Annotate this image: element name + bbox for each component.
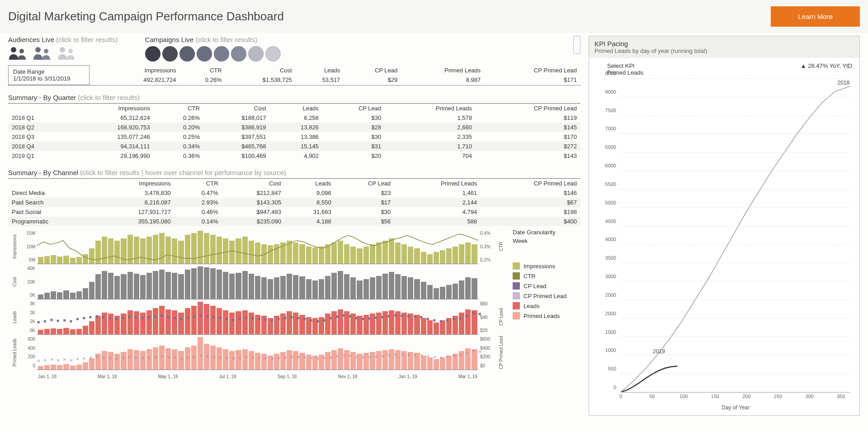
campaign-dot[interactable]: [214, 46, 229, 62]
date-range-box[interactable]: Date Range 1/1/2018 to 3/31/2019: [8, 65, 90, 85]
audience-icon[interactable]: [33, 46, 52, 60]
campaign-dot[interactable]: [162, 46, 178, 62]
granularity-label: Date Granularity: [513, 229, 580, 236]
campaign-dot[interactable]: [197, 46, 212, 62]
audience-icon[interactable]: [8, 46, 28, 60]
page-title: Digital Marketing Campaign Performance D…: [8, 9, 284, 24]
primed-chart: Primed Leads 6004002000 ✕✕✕✕✕✕✕✕✕✕✕✕✕✕✕✕…: [8, 335, 507, 370]
svg-point-0: [11, 47, 16, 52]
impressions-chart: Impressions 15M10M5M 0.4%0.3%0.2% CTR: [8, 229, 507, 264]
campaign-dot[interactable]: [265, 46, 281, 62]
svg-point-4: [60, 47, 65, 52]
header: Digital Marketing Campaign Performance D…: [0, 0, 868, 33]
table-row[interactable]: 2018 Q165,312,6240.26%$188,0176,258$301,…: [8, 113, 580, 123]
kpi-pacing-panel: KPI Pacing Primed Leads by day of year (…: [589, 36, 860, 416]
legend: ImpressionsCTRCP LeadCP Primed LeadLeads…: [513, 262, 580, 319]
channel-table[interactable]: ImpressionsCTRCostLeadsCP LeadPrimed Lea…: [8, 178, 580, 226]
audience-icon[interactable]: [57, 46, 77, 60]
campaigns-filter: Campaigns Live (click to filter results): [145, 36, 542, 62]
campaign-dot[interactable]: [145, 46, 160, 62]
campaign-dot[interactable]: [248, 46, 264, 62]
learn-more-button[interactable]: Learn More: [771, 6, 860, 27]
svg-point-5: [68, 49, 73, 53]
table-row[interactable]: Paid Search6,216,0872.93%$143,3058,550$1…: [8, 198, 580, 207]
yoy-delta: ▲ 28.47% YoY, YtD: [801, 62, 852, 76]
kpi-totals-table: ImpressionsCTRCostLeadsCP LeadPrimed Lea…: [90, 66, 580, 85]
table-row[interactable]: 2018 Q2168,920,7530.20%$386,91913,826$28…: [8, 123, 580, 132]
svg-point-2: [35, 47, 41, 52]
leads-chart: Leads 3K2K1K0K ■■■■■■■■■■■■■■■■■■■■■■■■■…: [8, 299, 507, 335]
campaign-dot[interactable]: [231, 46, 246, 62]
table-row[interactable]: Paid Social127,931,7270.46%$947,48331,68…: [8, 207, 580, 217]
cost-chart: Cost 40K20K0K: [8, 264, 507, 299]
granularity-select[interactable]: Week: [513, 237, 580, 244]
timeseries-charts: Impressions 15M10M5M 0.4%0.3%0.2% CTR Co…: [8, 229, 507, 379]
svg-point-1: [19, 49, 24, 53]
table-row[interactable]: 2018 Q3135,077,2460.25%$397,55113,386$30…: [8, 132, 580, 142]
svg-point-3: [44, 49, 48, 53]
table-row[interactable]: Direct Media3,478,8300.47%$212,8479,096$…: [8, 188, 580, 198]
table-row[interactable]: 2019 Q129,196,9900.36%$100,4694,902$2070…: [8, 151, 580, 161]
pacing-chart: 0500100015002000250030003500400045005000…: [598, 79, 850, 411]
audiences-filter: Audiences Live (click to filter results): [8, 36, 118, 60]
table-row[interactable]: 2018 Q494,314,1110.34%$465,76815,145$311…: [8, 142, 580, 151]
campaign-dot[interactable]: [179, 46, 195, 62]
table-row[interactable]: Programmatic355,195,0800.14%$235,0904,18…: [8, 217, 580, 226]
quarter-table[interactable]: ImpressionsCTRCostLeadsCP LeadPrimed Lea…: [8, 103, 580, 161]
